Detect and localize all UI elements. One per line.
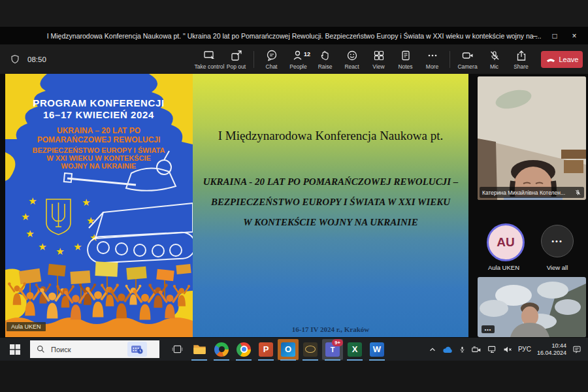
slide-heading: I Międzynarodowa Konferencja Naukowa pt. [193,129,468,143]
toolbar-separator [449,51,450,68]
chat-button[interactable]: Chat [258,49,285,70]
people-icon [292,49,305,62]
share-icon [515,49,528,62]
search-icon [37,345,45,353]
action-center-icon[interactable] [572,345,581,354]
meeting-toolbar: 08:50 Take control Pop out Chat 12 Peopl… [0,44,588,74]
task-view-icon [172,344,183,355]
poster-subtitle-line4: W XXI WIEKU W KONTEKŚCIE [46,154,151,162]
phone-hangup-icon [546,56,556,63]
maximize-icon[interactable]: □ [545,27,564,44]
word-icon: W [370,342,384,357]
camera-icon [461,49,474,62]
share-button[interactable]: Share [508,49,534,70]
tray-mic-icon[interactable] [459,345,466,353]
raise-hand-button[interactable]: Raise [312,49,338,70]
tray-camera-icon[interactable] [472,346,482,353]
avatar-row: AU Aula UKEN ••• View all [478,208,586,273]
camera-button[interactable]: Camera [454,49,481,70]
smiley-icon [346,49,359,62]
task-view-button[interactable] [166,338,188,361]
chat-icon [265,49,278,62]
pop-out-icon [230,49,243,62]
slide-footer: 16-17 IV 2024 r., Kraków [193,325,468,333]
taskbar-app-outlook[interactable]: O [277,338,299,361]
grid-view-icon [372,49,385,62]
screen-control-icon [203,49,216,62]
letterbox-bottom [0,361,588,392]
tray-time: 10:44 [537,342,566,350]
taskbar-app-teams[interactable]: T 9+ [321,338,344,361]
powerpoint-icon: P [259,342,273,357]
taskbar-app-excel[interactable]: X [344,338,366,361]
svg-text:★: ★ [25,228,34,240]
shield-icon [9,54,21,65]
search-highlights-icon[interactable] [127,342,147,357]
mic-button[interactable]: Mic [481,49,508,70]
speaker-muted-icon[interactable] [503,346,512,353]
tray-clock[interactable]: 10:44 16.04.2024 [537,342,566,357]
raise-hand-icon [319,49,332,62]
poster-subtitle-line1: UKRAINA – 20 LAT PO [57,126,140,135]
view-all-button[interactable]: ••• [541,225,574,257]
more-button[interactable]: More [419,49,446,70]
poster-subtitle-line3: BEZPIECZEŃSTWO EUROPY I ŚWIATA [33,146,165,154]
view-all-label: View all [527,264,587,271]
shared-screen-slide: PROGRAM KONFERENCJI 16–17 KWIECIEŃ 2024 … [5,74,468,337]
taskbar-app-word[interactable]: W [366,338,388,361]
network-display-icon[interactable] [487,345,497,353]
taskbar-app-browser[interactable] [210,338,233,361]
taskbar-app-powerpoint[interactable]: P [255,338,277,361]
browser-icon [214,342,229,357]
close-icon[interactable]: × [564,27,584,44]
slide-title-text: UKRAINA - 20 LAT PO POMARAŃCZOWEJ REWOLU… [193,172,468,233]
excel-icon: X [348,342,362,357]
letterbox-top [0,0,588,27]
svg-text:★: ★ [21,211,29,223]
outlook-icon: O [281,342,295,357]
svg-text:★: ★ [73,241,82,253]
people-button[interactable]: 12 People [285,49,312,70]
take-control-button[interactable]: Take control [196,49,223,70]
svg-text:★: ★ [56,246,64,257]
poster-title-line2: 16–17 KWIECIEŃ 2024 [43,109,154,120]
participant-video-tile[interactable]: ••• [478,277,586,337]
leave-button[interactable]: Leave [541,51,583,68]
gold-oval-app-icon [303,342,318,357]
presenter-name-label: Aula UKEN [7,322,46,331]
minimize-icon[interactable]: – [525,27,545,44]
avatar[interactable]: AU [487,223,525,261]
onedrive-cloud-icon[interactable] [442,346,453,353]
folder-icon [192,342,207,357]
taskbar-app-gold[interactable] [299,338,321,361]
poster-title-line1: PROGRAM KONFERENCJI [33,97,164,108]
taskbar-app-file-explorer[interactable] [188,338,210,361]
react-button[interactable]: React [338,49,365,70]
pop-out-button[interactable]: Pop out [223,49,250,70]
svg-text:★: ★ [82,197,90,208]
tray-chevron-icon[interactable] [429,346,436,353]
mic-muted-icon [488,49,501,62]
system-tray: РУС 10:44 16.04.2024 [429,338,588,361]
language-indicator[interactable]: РУС [518,346,531,353]
participant-video-tile[interactable]: Катерина Михайлівна Котелен... [478,76,586,200]
participant-name-label: Катерина Михайлівна Котелен... [480,187,584,198]
taskbar-search[interactable] [30,340,159,358]
view-button[interactable]: View [365,49,392,70]
toolbar-separator [253,51,254,68]
start-button[interactable] [0,338,30,361]
mic-muted-icon [574,189,581,196]
tray-date: 16.04.2024 [537,350,566,357]
notes-button[interactable]: Notes [392,49,419,70]
tile-more-button[interactable]: ••• [482,325,495,333]
taskbar-app-chrome[interactable] [233,338,255,361]
search-input[interactable] [50,345,123,354]
meeting-stage: PROGRAM KONFERENCJI 16–17 KWIECIEŃ 2024 … [0,74,588,338]
conference-poster: PROGRAM KONFERENCJI 16–17 KWIECIEŃ 2024 … [5,74,193,337]
poster-subtitle-line2: POMARAŃCZOWEJ REWOLUCJI [37,135,161,144]
people-count-badge: 12 [304,51,310,57]
more-dots-icon: ••• [551,237,563,245]
slide-title-panel: I Międzynarodowa Konferencja Naukowa pt.… [193,74,468,337]
avatar-name-label: Aula UKEN [474,264,534,271]
windows-taskbar: P O T 9+ X W РУС 10:44 16.04.2024 [0,338,588,361]
